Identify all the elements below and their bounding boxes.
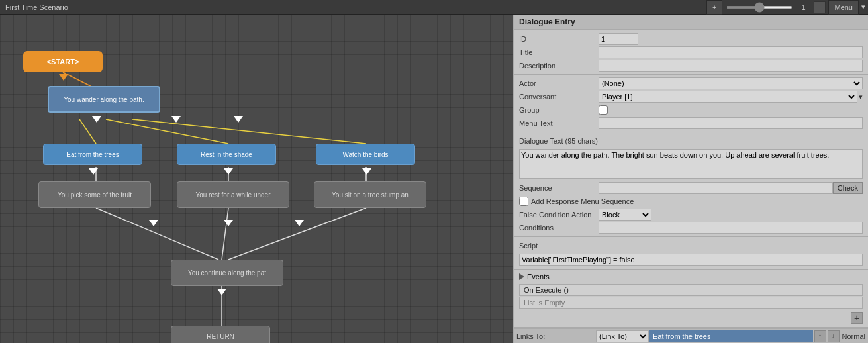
title-bar-controls: + 1 Menu ▾ bbox=[706, 0, 868, 14]
events-arrow-icon bbox=[519, 273, 524, 280]
svg-line-9 bbox=[228, 208, 366, 260]
add-response-row: Add Response Menu Sequence bbox=[514, 195, 868, 208]
add-response-label: Add Response Menu Sequence bbox=[531, 197, 634, 205]
divider5 bbox=[514, 327, 868, 328]
sitstump-node[interactable]: You sit on a tree stump an bbox=[314, 181, 426, 208]
description-input[interactable] bbox=[599, 60, 863, 72]
watch-node[interactable]: Watch the birds bbox=[316, 144, 415, 165]
svg-line-3 bbox=[132, 119, 366, 144]
pick-node[interactable]: You pick some of the fruit bbox=[38, 181, 151, 208]
divider2 bbox=[514, 132, 868, 132]
menu-text-input[interactable] bbox=[599, 117, 863, 129]
actor-row: Actor (None) bbox=[514, 77, 868, 90]
restwhile-node[interactable]: You rest for a while under bbox=[177, 181, 289, 208]
svg-line-7 bbox=[96, 208, 218, 260]
return-node[interactable]: RETURN bbox=[171, 326, 270, 343]
false-condition-label: False Condition Action bbox=[519, 211, 599, 219]
arrow-rest-cont bbox=[224, 220, 233, 226]
sequence-input[interactable] bbox=[599, 182, 833, 194]
plus-row: + bbox=[514, 311, 868, 325]
conditions-label: Conditions bbox=[519, 224, 599, 232]
arrow-rest bbox=[224, 168, 233, 175]
arrow-wander-watch bbox=[234, 116, 243, 122]
group-checkbox[interactable] bbox=[599, 105, 608, 115]
lock-button[interactable] bbox=[814, 1, 826, 13]
group-label: Group bbox=[519, 106, 599, 114]
menu-text-row: Menu Text bbox=[514, 117, 868, 130]
add-event-button[interactable]: + bbox=[851, 312, 863, 324]
group-row: Group bbox=[514, 103, 868, 117]
bottom-bar: Links To: (Link To) Eat from the trees ↑… bbox=[514, 328, 868, 343]
id-row: ID bbox=[514, 32, 868, 46]
description-label: Description bbox=[519, 62, 599, 70]
normal-label: Normal bbox=[842, 332, 865, 340]
arrow-pick-cont bbox=[149, 220, 158, 226]
rest-node[interactable]: Rest in the shade bbox=[177, 144, 276, 165]
add-response-checkbox[interactable] bbox=[519, 197, 528, 206]
sequence-row: Sequence Check bbox=[514, 181, 868, 195]
start-node[interactable]: <START> bbox=[23, 51, 103, 72]
zoom-value: 1 bbox=[796, 3, 810, 11]
script-label-row: Script bbox=[514, 239, 868, 252]
conditions-input[interactable] bbox=[599, 222, 863, 234]
false-condition-row: False Condition Action Block bbox=[514, 208, 868, 221]
description-row: Description bbox=[514, 59, 868, 72]
arrow-wander-eat bbox=[92, 116, 101, 122]
zoom-slider[interactable] bbox=[726, 6, 793, 9]
conversant-arrow: ▾ bbox=[859, 93, 863, 101]
menu-text-label: Menu Text bbox=[519, 119, 599, 127]
links-to-label: Links To: bbox=[516, 332, 596, 340]
conversant-label: Conversant bbox=[519, 93, 599, 101]
arrow-wander-rest bbox=[171, 116, 181, 122]
svg-line-1 bbox=[79, 119, 96, 144]
arrow-watch-cont bbox=[295, 220, 304, 226]
conversant-row: Conversant Player [1] ▾ bbox=[514, 90, 868, 103]
links-to-select[interactable]: (Link To) bbox=[596, 330, 649, 342]
actor-select[interactable]: (None) bbox=[599, 77, 863, 89]
right-panel: Dialogue Entry ID Title Description Acto… bbox=[513, 15, 868, 343]
script-label: Script bbox=[519, 242, 599, 250]
eat-node[interactable]: Eat from the trees bbox=[43, 144, 142, 165]
panel-content: ID Title Description Actor (None) bbox=[514, 30, 868, 328]
main-area: <START> You wander along the path. Eat f… bbox=[0, 15, 868, 343]
events-label: Events bbox=[527, 273, 550, 281]
dialogue-text-header-row: Dialogue Text (95 chars) bbox=[514, 134, 868, 148]
arrow-watch bbox=[362, 168, 371, 175]
dialogue-text-header: Dialogue Text (95 chars) bbox=[519, 137, 599, 145]
links-highlight[interactable]: Eat from the trees bbox=[649, 330, 813, 342]
title-row: Title bbox=[514, 46, 868, 59]
menu-button[interactable]: Menu bbox=[828, 0, 859, 15]
arrow-start bbox=[59, 74, 68, 81]
nav-down-button[interactable]: ↓ bbox=[828, 330, 840, 342]
menu-arrow: ▾ bbox=[859, 3, 868, 11]
script-input[interactable]: Variable["FirstTimePlaying"] = false bbox=[519, 254, 863, 266]
conversant-select[interactable]: Player [1] bbox=[599, 91, 857, 103]
dialogue-text-area[interactable]: You wander along the path. The bright su… bbox=[519, 149, 863, 179]
on-execute-item[interactable]: On Execute () bbox=[519, 284, 863, 296]
wander-node[interactable]: You wander along the path. bbox=[48, 86, 160, 113]
continue-node[interactable]: You continue along the pat bbox=[171, 260, 283, 286]
arrow-eat bbox=[89, 168, 98, 175]
actor-label: Actor bbox=[519, 79, 599, 87]
false-condition-select[interactable]: Block bbox=[599, 209, 651, 220]
panel-title: Dialogue Entry bbox=[514, 15, 868, 30]
arrow-to-return bbox=[217, 289, 226, 295]
check-button[interactable]: Check bbox=[833, 182, 863, 194]
add-button[interactable]: + bbox=[706, 0, 722, 15]
scenario-title: First Time Scenario bbox=[0, 3, 706, 11]
id-label: ID bbox=[519, 35, 599, 43]
nav-up-button[interactable]: ↑ bbox=[814, 330, 826, 342]
zoom-area: 1 bbox=[722, 3, 814, 11]
events-section: On Execute () List is Empty bbox=[514, 282, 868, 311]
divider4 bbox=[514, 269, 868, 270]
sequence-label: Sequence bbox=[519, 184, 599, 192]
divider3 bbox=[514, 236, 868, 237]
svg-line-2 bbox=[106, 119, 228, 144]
id-input[interactable] bbox=[599, 33, 638, 45]
title-label: Title bbox=[519, 48, 599, 56]
svg-line-8 bbox=[222, 208, 228, 260]
canvas-area[interactable]: <START> You wander along the path. Eat f… bbox=[0, 15, 513, 343]
title-input[interactable] bbox=[599, 46, 863, 58]
divider1 bbox=[514, 74, 868, 75]
conditions-row: Conditions bbox=[514, 221, 868, 234]
